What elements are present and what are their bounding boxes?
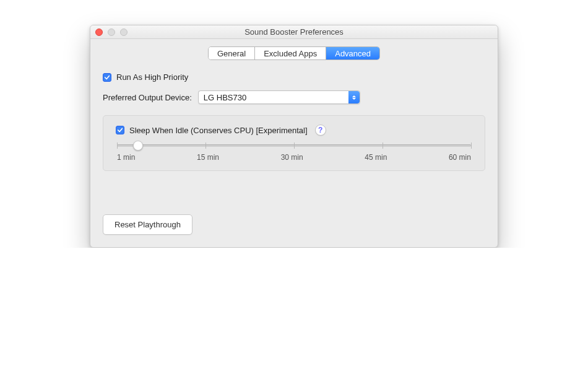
tab-excluded-apps[interactable]: Excluded Apps: [255, 47, 326, 59]
zoom-icon: [120, 28, 128, 36]
scale-label: 45 min: [365, 153, 387, 162]
scale-label: 30 min: [281, 153, 303, 162]
help-button[interactable]: ?: [315, 125, 326, 136]
row-high-priority: Run As High Priority: [103, 72, 485, 82]
window-title: Sound Booster Preferences: [90, 27, 498, 37]
row-sleep-idle: Sleep When Idle (Conserves CPU) [Experim…: [116, 125, 472, 136]
high-priority-checkbox[interactable]: [103, 73, 111, 82]
help-icon: ?: [318, 126, 322, 134]
output-device-label: Preferred Output Device:: [103, 93, 192, 102]
slider-tick: [471, 142, 472, 149]
minimize-icon: [108, 28, 115, 36]
sleep-slider[interactable]: 1 min 15 min 30 min 45 min 60 min: [116, 144, 472, 162]
row-output-device: Preferred Output Device: LG HBS730: [103, 90, 485, 104]
slider-tick: [294, 142, 295, 149]
updown-icon: [348, 91, 360, 103]
scale-label: 60 min: [449, 153, 471, 162]
content-area: General Excluded Apps Advanced Run As Hi…: [90, 39, 498, 247]
output-device-value: LG HBS730: [204, 93, 246, 102]
output-device-select[interactable]: LG HBS730: [198, 90, 360, 104]
tab-advanced[interactable]: Advanced: [326, 47, 379, 59]
slider-tick: [117, 142, 118, 149]
sleep-idle-checkbox[interactable]: [116, 126, 124, 134]
slider-tick: [383, 142, 383, 149]
check-icon: [117, 127, 123, 133]
tabs: General Excluded Apps Advanced: [103, 46, 485, 60]
slider-tick: [205, 142, 206, 149]
reset-playthrough-button[interactable]: Reset Playthrough: [103, 214, 192, 235]
tab-general[interactable]: General: [209, 47, 255, 59]
slider-track: [117, 144, 471, 147]
slider-thumb[interactable]: [133, 141, 143, 151]
check-icon: [104, 74, 110, 81]
titlebar: Sound Booster Preferences: [90, 25, 498, 39]
preferences-window: Sound Booster Preferences General Exclud…: [90, 25, 498, 248]
tab-segment: General Excluded Apps Advanced: [208, 46, 380, 60]
slider-scale: 1 min 15 min 30 min 45 min 60 min: [117, 153, 471, 162]
sleep-idle-label: Sleep When Idle (Conserves CPU) [Experim…: [129, 126, 308, 135]
close-icon[interactable]: [95, 28, 103, 36]
high-priority-label: Run As High Priority: [116, 72, 188, 82]
traffic-lights: [95, 28, 128, 36]
scale-label: 15 min: [197, 153, 219, 162]
sleep-group: Sleep When Idle (Conserves CPU) [Experim…: [103, 115, 485, 171]
scale-label: 1 min: [117, 153, 135, 162]
